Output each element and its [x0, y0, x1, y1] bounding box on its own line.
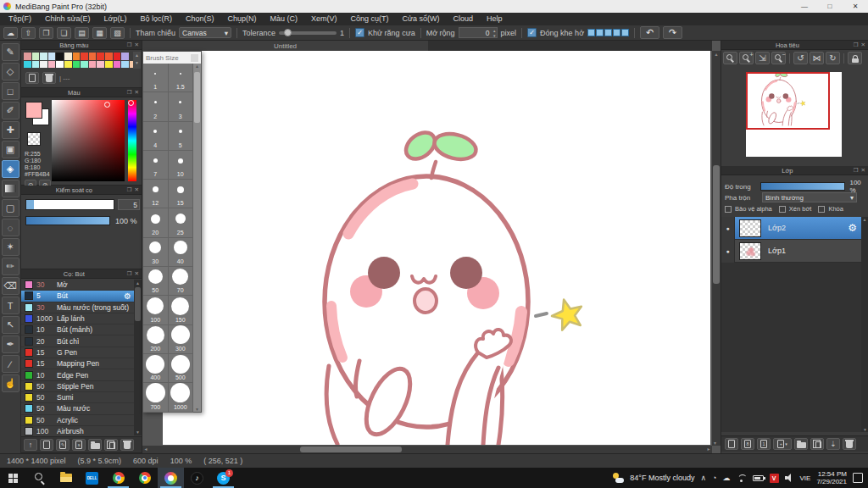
color-swatch[interactable]: [97, 53, 104, 60]
reset-rotation-button[interactable]: ⋈: [810, 52, 824, 64]
add-brush-button[interactable]: [40, 439, 53, 451]
brush-size-option[interactable]: 7: [143, 151, 169, 180]
tool-button[interactable]: ⌫: [2, 277, 19, 295]
color-swatch[interactable]: [73, 61, 81, 69]
color-swatch[interactable]: [81, 53, 88, 60]
scroll-right-icon[interactable]: ▸: [705, 446, 712, 453]
saturation-value-picker[interactable]: [52, 100, 125, 181]
close-icon[interactable]: ✕: [861, 42, 865, 48]
reorder-brush-button[interactable]: ↑: [24, 439, 37, 451]
new-8bit-layer-button[interactable]: 8: [741, 438, 754, 450]
popout-icon[interactable]: ❐: [127, 42, 132, 48]
menu-item[interactable]: Cửa sổ(W): [396, 13, 447, 25]
color-swatch[interactable]: [32, 61, 40, 69]
menu-item[interactable]: Tệp(F): [2, 13, 38, 25]
blend-mode-dropdown[interactable]: Bình thường ▾: [762, 192, 857, 202]
brush-list-item[interactable]: 30 Mờ ⚙: [21, 280, 134, 291]
brush-list-item[interactable]: 50 Màu nước ⚙: [21, 403, 134, 414]
tool-button[interactable]: ▣: [2, 141, 19, 158]
close-icon[interactable]: ✕: [135, 42, 139, 48]
lock-button[interactable]: [848, 52, 862, 64]
color-swatch[interactable]: [48, 61, 56, 69]
scroll-down-icon[interactable]: ▾: [714, 440, 716, 446]
tool-button[interactable]: ✚: [2, 121, 19, 139]
layer-opacity-slider[interactable]: [760, 182, 846, 191]
color-swatch[interactable]: [121, 53, 129, 60]
hue-cursor[interactable]: [128, 100, 134, 106]
brush-list-scrollbar[interactable]: ▲ ▼: [134, 280, 142, 435]
color-swatch[interactable]: [56, 61, 64, 69]
wifi-icon[interactable]: [737, 474, 747, 482]
new-1bit-layer-button[interactable]: 1: [757, 438, 771, 450]
menu-item[interactable]: Xem(V): [304, 13, 344, 25]
skype-button[interactable]: S 1: [210, 468, 236, 488]
rotate-cw-button[interactable]: ↻: [826, 52, 840, 64]
script-brush-button[interactable]: s: [72, 439, 86, 451]
color-swatch[interactable]: [89, 61, 97, 69]
brush-list-item[interactable]: 15 Mapping Pen ⚙: [21, 358, 134, 369]
add-layer-menu-button[interactable]: +▾: [773, 438, 792, 450]
brush-list-item[interactable]: 30 Màu nước (trong suốt) ⚙: [21, 302, 134, 313]
panel-edit-icon[interactable]: ▧: [110, 27, 125, 39]
tool-button[interactable]: ✒: [2, 336, 19, 353]
tool-button[interactable]: □: [2, 82, 19, 100]
brush-list-item[interactable]: 5 Bút ⚙: [21, 291, 134, 302]
menu-item[interactable]: Chụp(N): [221, 13, 264, 25]
add-color-button[interactable]: [25, 72, 39, 84]
close-icon[interactable]: ✕: [135, 270, 139, 277]
taskbar-clock[interactable]: 12:54 PM 7/29/2021: [816, 470, 847, 485]
tool-button[interactable]: ▢: [2, 199, 19, 217]
gear-icon[interactable]: ⚙: [848, 222, 857, 234]
brush-size-slider[interactable]: [25, 199, 114, 210]
language-indicator[interactable]: VIE: [800, 474, 811, 482]
popout-icon[interactable]: ❐: [127, 89, 132, 96]
brush-list-item[interactable]: 10 Bút (mảnh) ⚙: [21, 324, 134, 336]
spinner-arrows-icon[interactable]: ▴▾: [493, 28, 496, 38]
brush-size-option[interactable]: 300: [169, 325, 194, 354]
hue-bar[interactable]: [128, 100, 136, 181]
color-swatch[interactable]: [81, 61, 88, 69]
memo-icon[interactable]: ❏: [57, 27, 71, 39]
color-swatch[interactable]: [105, 53, 113, 60]
palette-scrollbar[interactable]: ▲▼: [133, 52, 141, 69]
dell-app-button[interactable]: DELL: [79, 468, 105, 488]
layer-folder-button[interactable]: [794, 438, 808, 450]
brush-size-option[interactable]: 3: [169, 92, 194, 121]
battery-icon[interactable]: [753, 475, 764, 481]
brush-size-close-icon[interactable]: [191, 54, 198, 62]
tolerance-slider-thumb[interactable]: [284, 29, 292, 36]
foreground-color-swatch[interactable]: [25, 102, 51, 127]
color-swatch[interactable]: [114, 53, 121, 60]
brush-size-option[interactable]: 400: [143, 354, 169, 383]
menu-item[interactable]: Màu (C): [264, 13, 305, 25]
tool-button[interactable]: ∕: [2, 355, 19, 373]
color-swatch[interactable]: [64, 61, 72, 69]
brush-size-option[interactable]: 2: [143, 92, 169, 121]
action-center-icon[interactable]: [853, 473, 863, 483]
navigator-thumbnail[interactable]: [746, 72, 842, 157]
brush-list-item[interactable]: 15 G Pen ⚙: [21, 347, 134, 358]
edit-brush-button[interactable]: ✎: [56, 439, 70, 451]
color-swatch[interactable]: [56, 53, 64, 60]
close-icon[interactable]: ✕: [135, 89, 139, 96]
close-icon[interactable]: ✕: [861, 167, 865, 174]
brush-size-option[interactable]: 1000: [169, 383, 194, 412]
layer-visibility-toggle[interactable]: ●: [721, 217, 735, 240]
color-swatch[interactable]: [40, 61, 47, 69]
layer-row[interactable]: ● Lớp2 ⚙: [721, 217, 861, 240]
delete-color-button[interactable]: [42, 72, 56, 84]
popout-icon[interactable]: ❐: [854, 42, 859, 48]
chrome-button[interactable]: [131, 468, 158, 488]
brush-size-value[interactable]: 5: [118, 199, 140, 210]
tiktok-button[interactable]: ♪: [184, 468, 210, 488]
tool-button[interactable]: ✏: [2, 258, 19, 275]
weather-text[interactable]: 84°F Mostly cloudy: [630, 474, 694, 482]
sv-cursor[interactable]: [104, 102, 110, 108]
vertical-scroll-thumb[interactable]: [713, 165, 720, 284]
file-explorer-button[interactable]: [53, 468, 79, 488]
close-button[interactable]: ✕: [843, 0, 868, 13]
delete-brush-button[interactable]: [120, 439, 134, 451]
transparent-color-swatch[interactable]: [27, 132, 41, 146]
brush-size-option[interactable]: 15: [169, 180, 194, 208]
color-swatch[interactable]: [97, 61, 104, 69]
